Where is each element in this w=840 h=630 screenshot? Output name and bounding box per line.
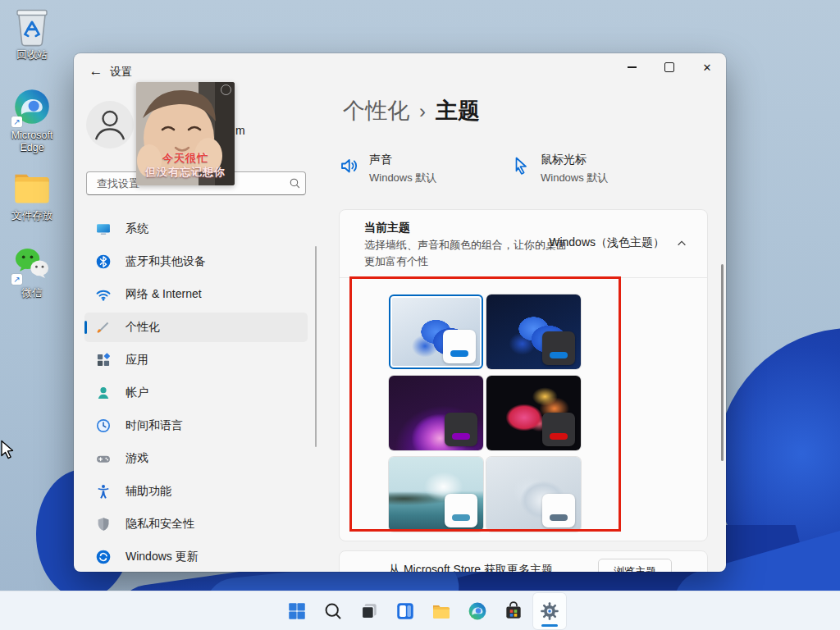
theme-mini-window <box>445 413 477 446</box>
photo-watermark-icon <box>221 84 231 95</box>
privacy-icon <box>94 516 112 533</box>
mouse-cursor <box>0 440 16 463</box>
store-themes-card: 从 Microsoft Store 获取更多主题 浏览主题 <box>339 550 708 572</box>
theme-mini-window <box>542 331 575 365</box>
network-icon <box>94 286 112 304</box>
theme-accent-pill <box>452 514 470 521</box>
breadcrumb-parent[interactable]: 个性化 <box>343 96 409 126</box>
shortcut-arrow-icon: ↗ <box>11 274 22 285</box>
taskbar-items <box>281 593 566 629</box>
taskbar-button-store[interactable] <box>497 593 530 629</box>
update-icon <box>94 549 112 566</box>
theme-thumbnail-sunrise-theme[interactable] <box>389 457 483 532</box>
sidebar-item-accounts[interactable]: 帐户 <box>84 378 308 408</box>
close-button[interactable]: ✕ <box>688 53 726 81</box>
search-icon[interactable] <box>284 177 305 189</box>
taskbar-button-settings[interactable] <box>533 593 566 629</box>
settings-gear-icon <box>539 600 560 622</box>
theme-accent-pill <box>450 350 468 357</box>
profile-photo-sticker: 今天很忙 但没有忘记想你 <box>136 82 235 185</box>
desktop-icon-image <box>11 166 53 208</box>
sidebar-scrollbar[interactable] <box>315 246 317 447</box>
sidebar-item-accessibility[interactable]: 辅助功能 <box>84 477 308 506</box>
desktop: 回收站 ↗ Microsoft Edge 文件存放 ↗ 微信 ← 设置 ✕ m <box>0 0 840 630</box>
sidebar-item-time-language[interactable]: 时间和语言 <box>84 411 308 441</box>
current-theme-card: 当前主题 选择墙纸、声音和颜色的组合，让你的桌面 更加富有个性 Windows（… <box>339 209 708 541</box>
theme-thumbnail-glow-theme[interactable] <box>389 376 483 450</box>
photo-caption-line2: 但没有忘记想你 <box>136 165 235 180</box>
content-scrollbar[interactable] <box>721 264 724 461</box>
minimize-button[interactable] <box>613 53 651 81</box>
theme-thumbnail-windows-light-theme[interactable] <box>389 294 483 369</box>
quick-setting-mouse-cursor[interactable]: 鼠标光标 Windows 默认 <box>510 153 608 185</box>
chevron-up-icon[interactable] <box>676 238 687 249</box>
theme-accent-pill <box>550 433 568 440</box>
accounts-icon <box>94 385 112 402</box>
theme-thumbnail-windows-dark-theme[interactable] <box>486 294 581 369</box>
bluetooth-icon <box>94 253 112 271</box>
theme-mini-window <box>445 494 477 527</box>
task-view-icon <box>358 600 380 622</box>
taskbar-button-search[interactable] <box>317 593 349 629</box>
sidebar-item-network[interactable]: 网络 & Internet <box>84 280 308 309</box>
theme-accent-pill <box>550 514 568 521</box>
desktop-icon-label: 回收站 <box>16 49 48 62</box>
sidebar-item-apps[interactable]: 应用 <box>84 345 308 375</box>
maximize-icon <box>664 62 674 72</box>
file-explorer-icon <box>431 600 452 622</box>
browse-themes-button[interactable]: 浏览主题 <box>598 559 672 572</box>
folder-icon <box>11 166 53 208</box>
taskbar-search-icon <box>322 600 344 622</box>
desktop-icon-edge[interactable]: ↗ Microsoft Edge <box>0 85 64 154</box>
taskbar-button-start[interactable] <box>281 593 313 629</box>
desktop-icon-recycle-bin[interactable]: 回收站 <box>0 5 64 62</box>
theme-grid <box>389 294 581 532</box>
taskbar-button-edge[interactable] <box>461 593 494 629</box>
desktop-icon-image: ↗ <box>11 243 53 285</box>
theme-thumbnail-flow-theme[interactable] <box>486 457 581 532</box>
maximize-button[interactable] <box>651 53 688 81</box>
settings-nav: 系统 蓝牙和其他设备 网络 & Internet 个性化 应用 帐户 时间和语言 <box>84 214 308 572</box>
theme-accent-pill <box>550 352 568 358</box>
taskbar-button-file-explorer[interactable] <box>425 593 458 629</box>
store-icon <box>503 600 524 622</box>
current-theme-title: 当前主题 <box>364 221 410 235</box>
taskbar-button-widgets[interactable] <box>389 593 422 629</box>
sidebar-item-privacy[interactable]: 隐私和安全性 <box>84 509 308 539</box>
theme-thumbnail-captured-motion-theme[interactable] <box>486 376 581 450</box>
personalization-icon <box>94 319 112 336</box>
sidebar-item-system[interactable]: 系统 <box>84 214 308 244</box>
taskbar-button-task-view[interactable] <box>353 593 386 629</box>
shortcut-arrow-icon: ↗ <box>11 116 22 127</box>
current-theme-description: 选择墙纸、声音和颜色的组合，让你的桌面 更加富有个性 <box>364 237 567 270</box>
theme-mini-window <box>542 413 575 446</box>
mouse-cursor-icon <box>510 155 532 176</box>
avatar <box>86 101 134 148</box>
minimize-icon <box>628 66 637 67</box>
quick-setting-sound[interactable]: 声音 Windows 默认 <box>339 153 436 185</box>
photo-caption-line1: 今天很忙 <box>136 151 235 166</box>
desktop-icon-image: ↗ <box>11 85 53 128</box>
theme-mini-window <box>542 494 575 527</box>
settings-window: ← 设置 ✕ m 今天很忙 <box>74 53 726 572</box>
current-theme-value[interactable]: Windows（浅色主题） <box>549 235 664 250</box>
sidebar-item-bluetooth[interactable]: 蓝牙和其他设备 <box>84 247 308 276</box>
store-themes-text: 从 Microsoft Store 获取更多主题 <box>389 563 553 572</box>
sidebar-item-update[interactable]: Windows 更新 <box>84 542 308 572</box>
gaming-icon <box>94 450 112 468</box>
sidebar-item-gaming[interactable]: 游戏 <box>84 444 308 473</box>
edge-browser-icon <box>467 600 488 622</box>
desktop-icon-label: 微信 <box>22 287 43 299</box>
theme-mini-window <box>443 330 476 363</box>
apps-icon <box>94 352 112 369</box>
desktop-icon-wechat[interactable]: ↗ 微信 <box>0 243 64 299</box>
window-controls: ✕ <box>613 53 726 81</box>
widgets-icon <box>395 600 416 622</box>
card-divider <box>340 277 707 278</box>
sidebar-item-personalization[interactable]: 个性化 <box>84 313 308 342</box>
desktop-icon-folder[interactable]: 文件存放 <box>0 166 64 222</box>
theme-accent-pill <box>452 433 470 440</box>
sound-icon <box>339 155 360 176</box>
desktop-icon-label: Microsoft Edge <box>2 130 62 154</box>
back-button[interactable]: ← <box>85 62 107 81</box>
